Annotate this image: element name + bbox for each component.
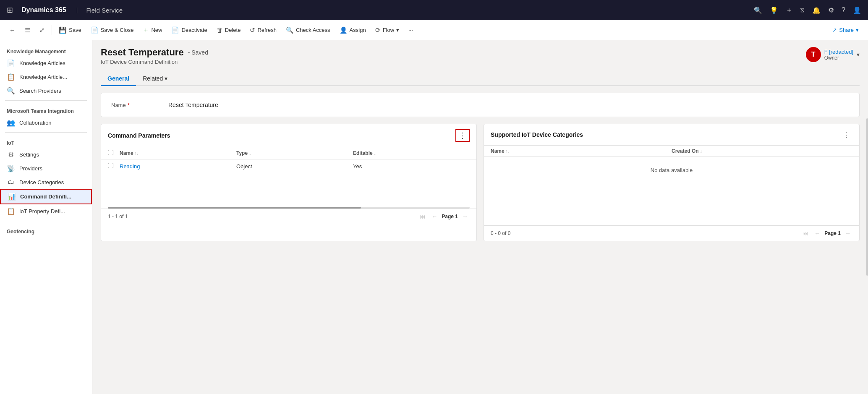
sidebar-item-device-categories[interactable]: 🗂 Device Categories	[0, 175, 92, 189]
command-toolbar: ← ☰ ⤢ 💾 Save 📄 Save & Close ＋ New 📄 Deac…	[0, 20, 868, 40]
sidebar-divider-1	[5, 100, 87, 101]
sidebar-item-label: Device Categories	[19, 179, 64, 185]
sidebar-item-knowledge-article-templates[interactable]: 📋 Knowledge Article...	[0, 70, 92, 84]
record-header: Reset Temperature - Saved IoT Device Com…	[101, 47, 860, 65]
knowledge-article-templates-icon: 📋	[7, 73, 15, 81]
related-chevron-icon: ▾	[165, 75, 167, 82]
iot-next-page-button[interactable]: →	[843, 229, 852, 237]
sidebar-divider-2	[5, 132, 87, 133]
back-button[interactable]: ←	[5, 24, 20, 36]
iot-first-page-button[interactable]: ⏮	[801, 229, 810, 237]
knowledge-articles-icon: 📄	[7, 59, 15, 67]
iot-prev-page-button[interactable]: ←	[813, 229, 822, 237]
supported-iot-more-button[interactable]: ⋮	[840, 129, 852, 140]
name-col-header[interactable]: Name ↑↓	[120, 150, 236, 157]
sidebar: Knowledge Management 📄 Knowledge Article…	[0, 40, 92, 394]
tab-related[interactable]: Related ▾	[136, 72, 174, 86]
waffle-icon[interactable]: ⊞	[7, 5, 13, 15]
sidebar-item-settings[interactable]: ⚙ Settings	[0, 148, 92, 162]
select-all-checkbox[interactable]	[108, 150, 118, 157]
tabs-bar: General Related ▾	[101, 72, 860, 86]
prev-page-button[interactable]: ←	[430, 212, 439, 221]
command-params-footer: 1 - 1 of 1 ⏮ ← Page 1 →	[101, 209, 476, 224]
help-icon[interactable]: ?	[842, 6, 845, 14]
required-indicator: *	[128, 102, 130, 108]
refresh-button[interactable]: ↺ Refresh	[246, 24, 281, 36]
sidebar-item-command-definitions[interactable]: 📊 Command Definiti...	[0, 189, 92, 204]
sidebar-item-providers[interactable]: 📡 Providers	[0, 162, 92, 175]
row-checkbox-input[interactable]	[108, 163, 113, 168]
reading-link[interactable]: Reading	[120, 163, 236, 170]
sidebar-item-label: Settings	[19, 151, 39, 158]
command-definitions-icon: 📊	[8, 193, 16, 201]
command-params-more-button[interactable]: ⋮	[455, 129, 470, 142]
sidebar-item-iot-property-definitions[interactable]: 📋 IoT Property Defi...	[0, 204, 92, 218]
settings-icon[interactable]: ⚙	[828, 6, 834, 14]
command-params-header: Command Parameters ⋮	[101, 124, 476, 147]
editable-cell: Yes	[353, 163, 470, 170]
save-button[interactable]: 💾 Save	[55, 24, 86, 36]
name-sort-icon: ↑↓	[135, 151, 139, 156]
table-row: Reading Object Yes	[101, 159, 476, 173]
iot-name-col-header[interactable]: Name ↑↓	[491, 148, 672, 154]
next-page-button[interactable]: →	[460, 212, 470, 221]
assign-button[interactable]: 👤 Assign	[335, 24, 370, 36]
owner-name[interactable]: F [redacted]	[824, 49, 853, 55]
sidebar-section-teams: Microsoft Teams Integration	[0, 103, 92, 116]
check-access-button[interactable]: 🔍 Check Access	[282, 24, 335, 36]
supported-iot-header: Supported IoT Device Categories ⋮	[484, 124, 859, 146]
more-button[interactable]: ···	[404, 25, 417, 35]
iot-pager-controls: ⏮ ← Page 1 →	[801, 229, 852, 237]
type-col-header[interactable]: Type ↓	[236, 150, 353, 157]
delete-icon: 🗑	[217, 26, 223, 34]
row-checkbox[interactable]	[108, 163, 118, 170]
supported-iot-title: Supported IoT Device Categories	[491, 131, 583, 138]
iot-col-headers: Name ↑↓ Created On ↓	[484, 146, 859, 157]
select-all-input[interactable]	[108, 150, 113, 155]
deactivate-button[interactable]: 📄 Deactivate	[167, 24, 211, 36]
check-access-icon: 🔍	[286, 26, 294, 34]
tables-section: Command Parameters ⋮ Name ↑↓ Type ↓	[101, 124, 860, 241]
assign-icon: 👤	[340, 26, 348, 34]
expand-button[interactable]: ⤢	[35, 24, 49, 36]
name-value[interactable]: Reset Temperature	[168, 102, 218, 108]
flow-button[interactable]: ⟳ Flow ▾	[371, 24, 403, 36]
share-button[interactable]: ↗ Share ▾	[828, 25, 863, 35]
save-close-button[interactable]: 📄 Save & Close	[86, 24, 138, 36]
sidebar-section-geofencing: Geofencing	[0, 224, 92, 236]
iot-property-icon: 📋	[7, 207, 15, 215]
sidebar-item-label: Collaboration	[19, 120, 52, 126]
empty-space-iot	[484, 183, 859, 225]
sidebar-item-label: Knowledge Article...	[19, 74, 67, 80]
sidebar-item-label: Search Providers	[19, 88, 61, 94]
owner-chevron-icon[interactable]: ▾	[857, 51, 860, 58]
type-sort-icon: ↓	[249, 151, 251, 156]
list-view-button[interactable]: ☰	[21, 24, 34, 36]
tab-general[interactable]: General	[101, 72, 136, 86]
filter-icon[interactable]: ⧖	[800, 6, 805, 14]
delete-button[interactable]: 🗑 Delete	[212, 24, 245, 36]
brand-name: Dynamics 365	[21, 6, 66, 14]
expand-icon: ⤢	[39, 26, 45, 34]
new-button[interactable]: ＋ New	[139, 24, 166, 36]
iot-pagination-info: 0 - 0 of 0	[491, 230, 510, 236]
supported-iot-footer: 0 - 0 of 0 ⏮ ← Page 1 →	[484, 225, 859, 241]
user-icon[interactable]: 👤	[853, 6, 861, 14]
sidebar-item-knowledge-articles[interactable]: 📄 Knowledge Articles	[0, 56, 92, 70]
sidebar-item-label: Knowledge Articles	[19, 60, 65, 66]
share-chevron-icon: ▾	[856, 27, 859, 33]
app-name: Field Service	[86, 7, 123, 14]
search-icon[interactable]: 🔍	[754, 6, 762, 14]
sidebar-item-search-providers[interactable]: 🔍 Search Providers	[0, 84, 92, 98]
notification-icon[interactable]: 🔔	[812, 6, 821, 14]
editable-col-header[interactable]: Editable ↓	[353, 150, 470, 157]
first-page-button[interactable]: ⏮	[418, 212, 427, 221]
iot-name-sort-icon: ↑↓	[506, 149, 510, 154]
lightbulb-icon[interactable]: 💡	[770, 6, 778, 14]
sidebar-item-collaboration[interactable]: 👥 Collaboration	[0, 116, 92, 130]
iot-createdon-col-header[interactable]: Created On ↓	[672, 148, 852, 154]
owner-avatar: T	[806, 47, 821, 62]
new-icon: ＋	[143, 26, 149, 34]
add-icon[interactable]: ＋	[786, 6, 792, 15]
back-icon: ←	[9, 26, 16, 34]
